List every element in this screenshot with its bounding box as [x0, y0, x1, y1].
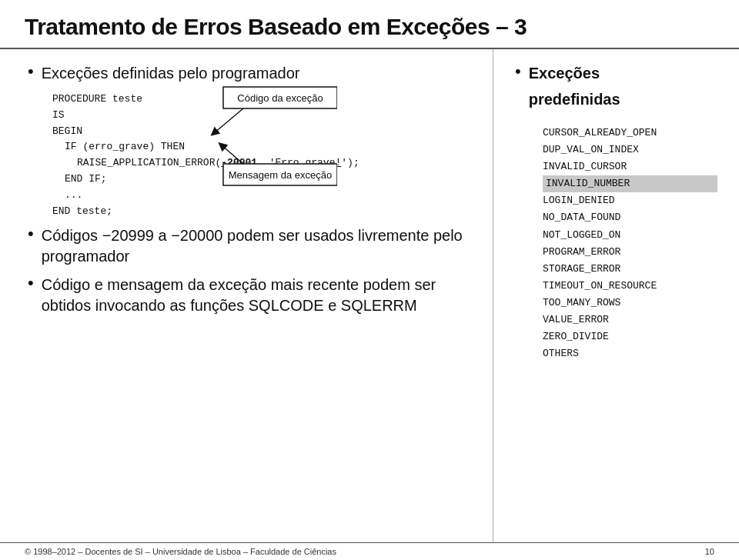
bullet-item-2: • Códigos −20999 a −20000 podem ser usad…	[28, 225, 471, 267]
predefined-list-item: ZERO_DIVIDE	[543, 328, 717, 345]
predefined-list-item: NOT_LOGGED_ON	[543, 227, 717, 244]
predefined-list-item: CURSOR_ALREADY_OPEN	[543, 125, 717, 142]
footer-left: © 1998–2012 – Docentes de SI – Universid…	[25, 547, 336, 556]
code-line-5: RAISE_APPLICATION_ERROR(-20001, 'Erro gr…	[77, 155, 471, 172]
bullet-icon-2: •	[28, 224, 34, 244]
header: Tratamento de Erros Baseado em Exceções …	[0, 0, 739, 49]
left-column: • Exceções definidas pelo programador PR…	[0, 49, 493, 542]
code-line-3: BEGIN	[52, 124, 471, 140]
code-line-6: END IF;	[65, 172, 471, 188]
code-line-2: IS	[52, 108, 471, 124]
code-line-1: PROCEDURE teste	[52, 92, 471, 108]
predefined-list-item: VALUE_ERROR	[543, 312, 717, 328]
right-column: • Exceções predefinidas CURSOR_ALREADY_O…	[493, 49, 739, 542]
bullet-icon-3: •	[28, 273, 34, 293]
code-line-8: END teste;	[52, 204, 471, 220]
predefined-list: CURSOR_ALREADY_OPENDUP_VAL_ON_INDEXINVAL…	[543, 125, 717, 362]
predefined-list-item: LOGIN_DENIED	[543, 192, 717, 209]
code-diagram-block: PROCEDURE teste IS BEGIN IF (erro_grave)…	[52, 92, 471, 219]
right-heading-line1: Exceções	[529, 63, 620, 83]
bullet-icon-1: •	[28, 62, 34, 82]
bullet-item-1: • Exceções definidas pelo programador	[28, 63, 471, 84]
predefined-list-item: INVALID_CURSOR	[543, 158, 717, 175]
code-line-7: ...	[65, 188, 471, 204]
bullet-text-1: Exceções definidas pelo programador	[42, 63, 300, 84]
footer: © 1998–2012 – Docentes de SI – Universid…	[0, 542, 739, 560]
predefined-list-item: NO_DATA_FOUND	[543, 209, 717, 226]
right-bullet-icon: •	[515, 62, 521, 82]
code-text: PROCEDURE teste IS BEGIN IF (erro_grave)…	[52, 92, 471, 219]
predefined-list-item: INVALID_NUMBER	[543, 175, 717, 192]
bullet-text-3: Código e mensagem da exceção mais recent…	[42, 275, 471, 316]
bullet-item-3: • Código e mensagem da exceção mais rece…	[28, 275, 471, 316]
predefined-list-item: DUP_VAL_ON_INDEX	[543, 142, 717, 158]
bullet-text-2: Códigos −20999 a −20000 podem ser usados…	[42, 225, 471, 267]
footer-right: 10	[705, 547, 714, 556]
predefined-list-item: STORAGE_ERROR	[543, 261, 717, 278]
predefined-list-item: TOO_MANY_ROWS	[543, 295, 717, 312]
right-heading-line2: predefinidas	[529, 89, 620, 109]
code-line-4: IF (erro_grave) THEN	[65, 139, 471, 155]
page-title: Tratamento de Erros Baseado em Exceções …	[25, 14, 714, 40]
page: Tratamento de Erros Baseado em Exceções …	[0, 0, 739, 560]
content: • Exceções definidas pelo programador PR…	[0, 49, 739, 542]
predefined-list-item: OTHERS	[543, 345, 717, 362]
right-bullet-heading: • Exceções predefinidas	[515, 63, 717, 115]
predefined-list-item: PROGRAM_ERROR	[543, 244, 717, 261]
predefined-list-item: TIMEOUT_ON_RESOURCE	[543, 278, 717, 295]
